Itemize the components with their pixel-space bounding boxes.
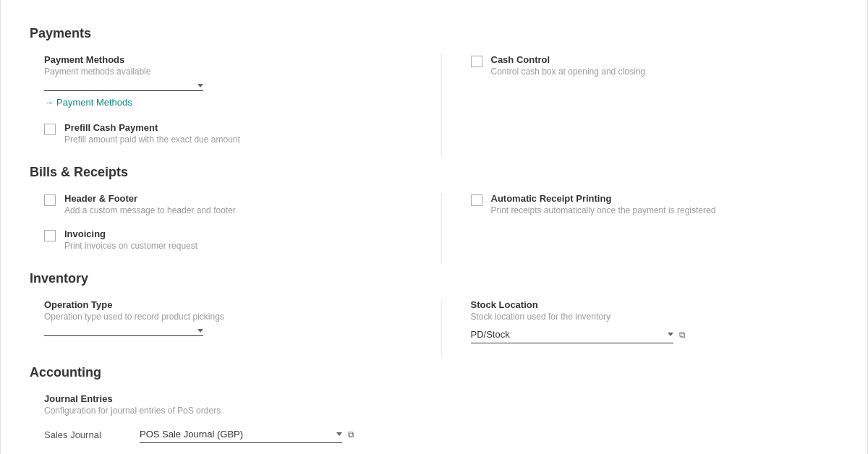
payment-methods-desc: Payment methods available: [44, 67, 412, 77]
invoicing-label: Invoicing: [64, 228, 197, 239]
cash-control-content: Cash Control Control cash box at opening…: [491, 54, 645, 77]
inventory-section-title: Inventory: [30, 271, 838, 286]
sales-journal-row: Sales Journal POS Sale Journal (GBP) ⧉: [44, 426, 838, 443]
operation-type-group: Operation Type Operation type used to re…: [44, 299, 412, 336]
payments-left-col: Payment Methods Payment methods availabl…: [44, 54, 412, 158]
operation-type-label: Operation Type: [44, 299, 412, 310]
stock-location-external-link-icon[interactable]: ⧉: [679, 330, 689, 340]
auto-receipt-label: Automatic Receipt Printing: [491, 193, 716, 204]
sales-journal-dropdown[interactable]: POS Sale Journal (GBP): [140, 426, 342, 443]
inventory-left-col: Operation Type Operation type used to re…: [44, 299, 412, 358]
operation-type-desc: Operation type used to record product pi…: [44, 312, 412, 322]
invoicing-row: Invoicing Print invoices on customer req…: [44, 228, 412, 251]
bills-left-col: Header & Footer Add a custom message to …: [44, 193, 412, 264]
payment-methods-link[interactable]: → Payment Methods: [44, 97, 132, 108]
inventory-two-col: Operation Type Operation type used to re…: [44, 299, 838, 358]
prefill-cash-content: Prefill Cash Payment Prefill amount paid…: [64, 122, 240, 145]
journal-entries-desc: Configuration for journal entries of PoS…: [44, 406, 838, 416]
accounting-content: Journal Entries Configuration for journa…: [44, 393, 838, 454]
payments-right-col: Cash Control Control cash box at opening…: [441, 54, 839, 158]
cash-control-checkbox[interactable]: [471, 56, 482, 67]
sales-journal-row-label: Sales Journal: [44, 429, 131, 440]
bills-two-col: Header & Footer Add a custom message to …: [44, 193, 838, 264]
sales-journal-external-link-icon[interactable]: ⧉: [348, 429, 358, 440]
payment-methods-dropdown[interactable]: [44, 81, 203, 91]
payments-section-title: Payments: [30, 26, 838, 41]
cash-control-row: Cash Control Control cash box at opening…: [471, 54, 839, 77]
stock-location-label: Stock Location: [471, 299, 839, 310]
auto-receipt-content: Automatic Receipt Printing Print receipt…: [491, 193, 716, 215]
payment-methods-link-text: Payment Methods: [56, 97, 132, 108]
stock-location-desc: Stock location used for the inventory: [471, 312, 839, 322]
sales-journal-container: POS Sale Journal (GBP) ⧉: [140, 426, 358, 443]
auto-receipt-checkbox[interactable]: [471, 194, 482, 206]
payment-methods-label: Payment Methods: [44, 54, 412, 65]
stock-location-arrow-icon: [668, 333, 673, 336]
bills-receipts-section-title: Bills & Receipts: [30, 165, 838, 180]
payments-section-content: Payment Methods Payment methods availabl…: [44, 54, 838, 158]
header-footer-label: Header & Footer: [64, 193, 236, 204]
stock-location-container: PD/Stock ⧉: [471, 326, 839, 343]
header-footer-checkbox[interactable]: [44, 194, 56, 206]
invoicing-content: Invoicing Print invoices on customer req…: [64, 228, 197, 251]
prefill-cash-row: Prefill Cash Payment Prefill amount paid…: [44, 122, 412, 145]
sales-journal-value: POS Sale Journal (GBP): [140, 429, 333, 440]
bills-receipts-content: Header & Footer Add a custom message to …: [44, 193, 838, 264]
invoicing-desc: Print invoices on customer request: [64, 241, 197, 251]
stock-location-dropdown[interactable]: PD/Stock: [471, 326, 673, 343]
settings-page: Payments Payment Methods Payment methods…: [0, 0, 868, 454]
inventory-content: Operation Type Operation type used to re…: [44, 299, 838, 358]
prefill-cash-label: Prefill Cash Payment: [64, 122, 240, 133]
header-footer-desc: Add a custom message to header and foote…: [64, 205, 236, 215]
journal-entries-label: Journal Entries: [44, 393, 838, 404]
header-footer-content: Header & Footer Add a custom message to …: [64, 193, 236, 215]
stock-location-value: PD/Stock: [471, 329, 665, 340]
arrow-right-icon: →: [44, 97, 54, 108]
operation-type-arrow-icon: [197, 329, 203, 333]
payment-methods-group: Payment Methods Payment methods availabl…: [44, 54, 412, 108]
accounting-section-title: Accounting: [30, 365, 838, 380]
prefill-cash-desc: Prefill amount paid with the exact due a…: [64, 134, 240, 145]
payment-methods-arrow-icon: [197, 84, 203, 87]
auto-receipt-desc: Print receipts automatically once the pa…: [491, 205, 716, 215]
cash-control-label: Cash Control: [491, 54, 645, 65]
payments-two-col: Payment Methods Payment methods availabl…: [44, 54, 838, 158]
sales-journal-arrow-icon: [336, 432, 342, 436]
prefill-cash-checkbox[interactable]: [44, 124, 56, 135]
header-footer-row: Header & Footer Add a custom message to …: [44, 193, 412, 215]
invoicing-checkbox[interactable]: [44, 230, 56, 241]
stock-location-group: Stock Location Stock location used for t…: [471, 299, 839, 343]
cash-control-desc: Control cash box at opening and closing: [491, 67, 645, 77]
bills-right-col: Automatic Receipt Printing Print receipt…: [441, 193, 839, 264]
inventory-right-col: Stock Location Stock location used for t…: [441, 299, 839, 358]
auto-receipt-row: Automatic Receipt Printing Print receipt…: [471, 193, 839, 215]
operation-type-dropdown[interactable]: [44, 326, 203, 336]
